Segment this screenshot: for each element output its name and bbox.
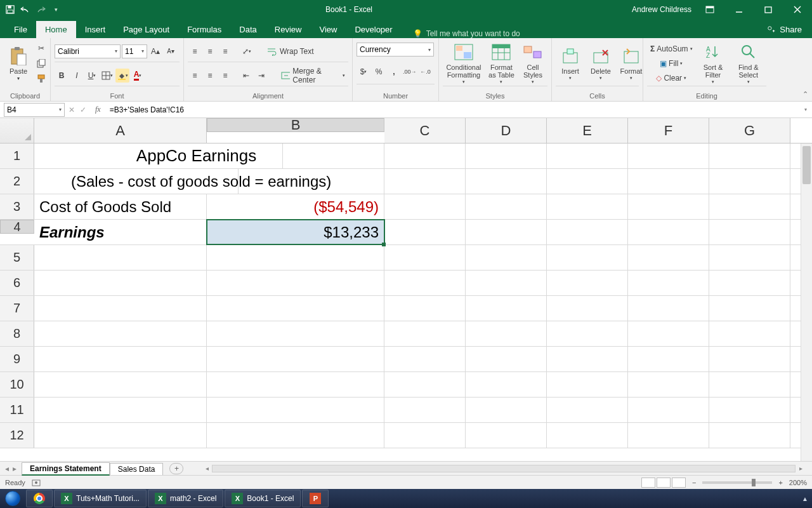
maximize-icon[interactable] [754, 0, 783, 19]
format-as-table-button[interactable]: Format as Table▾ [486, 41, 517, 86]
cell-G11[interactable] [709, 398, 790, 422]
cell-G4[interactable] [709, 220, 790, 244]
cell-B10[interactable] [207, 372, 384, 397]
row-header-1[interactable]: 1 [0, 144, 34, 168]
cell-E5[interactable] [547, 245, 628, 270]
sheet-nav[interactable]: ◂▸ [0, 464, 22, 473]
cell-F6[interactable] [628, 271, 709, 295]
zoom-level[interactable]: 200% [789, 479, 807, 486]
cell-E10[interactable] [547, 372, 628, 397]
sheet-tab-sales-data[interactable]: Sales Data [110, 463, 164, 475]
cell-G10[interactable] [709, 372, 790, 397]
cell-E6[interactable] [547, 271, 628, 295]
cell-D8[interactable] [466, 321, 547, 346]
cell-C6[interactable] [384, 271, 466, 295]
worksheet-grid[interactable]: A B C D E F G 1AppCo Earnings2(Sales - c… [0, 118, 812, 461]
col-header-A[interactable]: A [34, 118, 207, 143]
cell-A7[interactable] [34, 296, 207, 321]
share-button[interactable]: Share [757, 21, 812, 38]
undo-icon[interactable] [20, 4, 30, 15]
font-color-icon[interactable]: A▾ [131, 69, 145, 83]
col-header-G[interactable]: G [709, 118, 790, 143]
fx-icon[interactable]: fx [90, 105, 106, 114]
increase-indent-icon[interactable]: ⇥ [254, 69, 268, 83]
row-header-3[interactable]: 3 [0, 194, 34, 219]
cell-D2[interactable] [466, 169, 547, 194]
align-center-icon[interactable]: ≡ [203, 69, 217, 83]
cell-F12[interactable] [628, 423, 709, 448]
cell-A11[interactable] [34, 398, 207, 422]
cell-B3[interactable]: ($54,549) [207, 194, 384, 219]
vertical-scrollbar[interactable] [801, 144, 812, 461]
cell-F10[interactable] [628, 372, 709, 397]
percent-icon[interactable]: % [372, 65, 386, 79]
cell-G5[interactable] [709, 245, 790, 270]
cell-E2[interactable] [547, 169, 628, 194]
cell-D11[interactable] [466, 398, 547, 422]
format-cells-button[interactable]: Format▾ [617, 44, 646, 82]
cell-F4[interactable] [628, 220, 709, 244]
fill-color-icon[interactable]: ▾ [115, 69, 129, 83]
taskbar-chrome[interactable] [26, 490, 53, 507]
align-left-icon[interactable]: ≡ [188, 69, 202, 83]
collapse-ribbon-icon[interactable]: ⌃ [802, 90, 808, 98]
cell-C8[interactable] [384, 321, 466, 346]
cell-G8[interactable] [709, 321, 790, 346]
cell-C1[interactable] [384, 144, 466, 168]
cell-A8[interactable] [34, 321, 207, 346]
cell-F7[interactable] [628, 296, 709, 321]
expand-formula-bar-icon[interactable]: ▾ [799, 107, 812, 112]
cell-G7[interactable] [709, 296, 790, 321]
cell-F8[interactable] [628, 321, 709, 346]
row-header-2[interactable]: 2 [0, 169, 34, 194]
row-header-5[interactable]: 5 [0, 245, 34, 270]
cell-D10[interactable] [466, 372, 547, 397]
cell-E7[interactable] [547, 296, 628, 321]
cell-G3[interactable] [709, 194, 790, 219]
decrease-font-icon[interactable]: A▾ [164, 44, 178, 58]
enter-formula-icon[interactable]: ✓ [80, 105, 86, 114]
format-painter-icon[interactable] [34, 72, 48, 86]
font-size-select[interactable]: 11▾ [122, 44, 147, 58]
formula-input[interactable]: =B3+'Sales Data'!C16 [106, 105, 799, 114]
italic-button[interactable]: I [70, 69, 84, 83]
cell-E1[interactable] [547, 144, 628, 168]
cell-D4[interactable] [466, 220, 547, 244]
paste-button[interactable]: Paste▾ [4, 41, 33, 86]
align-top-icon[interactable]: ≡ [188, 44, 202, 58]
cell-B12[interactable] [207, 423, 384, 448]
col-header-F[interactable]: F [628, 118, 709, 143]
show-hidden-icons[interactable]: ▲ [798, 490, 812, 507]
redo-icon[interactable] [36, 4, 46, 15]
insert-cells-button[interactable]: Insert▾ [556, 44, 585, 82]
tab-page-layout[interactable]: Page Layout [114, 21, 178, 38]
cell-A6[interactable] [34, 271, 207, 295]
cell-F3[interactable] [628, 194, 709, 219]
decrease-indent-icon[interactable]: ⇤ [239, 69, 253, 83]
cut-icon[interactable]: ✂ [34, 41, 48, 55]
cell-F5[interactable] [628, 245, 709, 270]
row-header-10[interactable]: 10 [0, 372, 34, 397]
number-format-select[interactable]: Currency▾ [357, 43, 434, 57]
cell-D3[interactable] [466, 194, 547, 219]
bold-button[interactable]: B [55, 69, 69, 83]
ribbon-display-icon[interactable] [695, 0, 724, 19]
cell-D9[interactable] [466, 347, 547, 371]
tab-developer[interactable]: Developer [346, 21, 401, 38]
cell-B5[interactable] [207, 245, 384, 270]
cell-C7[interactable] [384, 296, 466, 321]
decrease-decimal-icon[interactable]: ←.0 [419, 65, 433, 79]
tab-file[interactable]: File [5, 21, 36, 38]
zoom-out-icon[interactable]: − [692, 479, 696, 486]
cell-A10[interactable] [34, 372, 207, 397]
cell-E8[interactable] [547, 321, 628, 346]
increase-decimal-icon[interactable]: .00→ [402, 65, 417, 79]
cell-C3[interactable] [384, 194, 466, 219]
cell-C4[interactable] [384, 220, 466, 244]
sort-filter-button[interactable]: AZSort & Filter▾ [697, 41, 730, 86]
taskbar-excel-3[interactable]: XBook1 - Excel [225, 490, 301, 507]
autosum-button[interactable]: ΣAutoSum▾ [647, 42, 696, 56]
tab-home[interactable]: Home [36, 21, 76, 38]
page-break-view-icon[interactable] [672, 478, 686, 488]
tab-view[interactable]: View [310, 21, 346, 38]
